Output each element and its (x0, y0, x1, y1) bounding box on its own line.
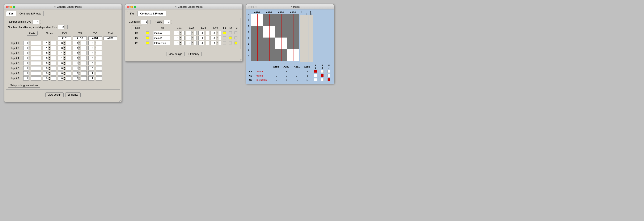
tab-evs[interactable]: EVs (6, 11, 16, 16)
c3-ev1-down[interactable]: ▼ (180, 43, 182, 45)
ev3-up-1[interactable]: ▲ (78, 41, 81, 43)
ev3-input-6[interactable] (73, 66, 78, 70)
ev2-up-1[interactable]: ▲ (64, 41, 66, 43)
c1-ev4-down[interactable]: ▼ (216, 33, 218, 35)
contrasts-down[interactable]: ▼ (148, 22, 150, 24)
c2-ev1-wrap[interactable]: ▲ ▼ (174, 36, 184, 40)
add-evs-spinbox[interactable]: ▲ ▼ (58, 25, 68, 29)
ev3-input-3[interactable] (73, 51, 78, 55)
ev2-input-3[interactable] (58, 51, 63, 55)
group-input-6[interactable] (24, 66, 28, 70)
ev1-down-5[interactable]: ▼ (48, 63, 51, 65)
group-down-4[interactable]: ▼ (29, 58, 31, 60)
c1-ev2-up[interactable]: ▲ (192, 31, 194, 33)
ev1-down-7[interactable]: ▼ (48, 73, 51, 75)
ev1-up-7[interactable]: ▲ (48, 71, 51, 73)
main-evs-spinbox[interactable]: ▲ ▼ (32, 20, 42, 24)
setup-orthog-btn[interactable]: Setup orthogonalisations (8, 83, 40, 88)
ev4-wrap-2[interactable]: ▲ ▼ (88, 46, 102, 50)
group-up-5[interactable]: ▲ (29, 61, 31, 63)
ev1-up-4[interactable]: ▲ (48, 56, 51, 58)
contrasts-up[interactable]: ▲ (148, 20, 150, 22)
c3-ev4-input[interactable] (211, 41, 216, 45)
group-down-5[interactable]: ▼ (29, 63, 31, 65)
group-down-6[interactable]: ▼ (29, 68, 31, 70)
c1-ev2-down[interactable]: ▼ (192, 33, 194, 35)
group-input-4[interactable] (24, 56, 28, 60)
ev3-input-5[interactable] (73, 61, 78, 65)
c3-ev2-input[interactable] (186, 41, 192, 45)
c3-title-input[interactable] (153, 41, 170, 45)
c3-ev1-input[interactable] (174, 41, 179, 45)
c2-ev4-input[interactable] (211, 36, 216, 40)
c3-ev2-up[interactable]: ▲ (192, 41, 194, 43)
c2-ev4-up[interactable]: ▲ (216, 36, 218, 38)
ev2-up-5[interactable]: ▲ (64, 61, 66, 63)
group-down-3[interactable]: ▼ (29, 53, 31, 55)
ev2-wrap-7[interactable]: ▲ ▼ (58, 71, 72, 75)
ev4-down-3[interactable]: ▼ (94, 53, 96, 55)
group-down-2[interactable]: ▼ (29, 48, 31, 50)
group-down-1[interactable]: ▼ (29, 43, 31, 45)
ev3-input-8[interactable] (73, 76, 78, 80)
ev4-input-3[interactable] (88, 51, 94, 55)
ev1-input-3[interactable] (43, 51, 48, 55)
group-wrap-5[interactable]: ▲ ▼ (23, 61, 41, 65)
ev2-down-1[interactable]: ▼ (64, 43, 66, 45)
group-up-1[interactable]: ▲ (29, 41, 31, 43)
ev1-wrap-6[interactable]: ▲ ▼ (43, 66, 56, 70)
group-wrap-6[interactable]: ▲ ▼ (23, 66, 41, 70)
ev4-input-4[interactable] (88, 56, 94, 60)
ev3-wrap-2[interactable]: ▲ ▼ (73, 46, 87, 50)
group-down-8[interactable]: ▼ (29, 78, 31, 80)
c2-f3[interactable] (234, 36, 238, 39)
ev4-down-4[interactable]: ▼ (94, 58, 96, 60)
c1-f3[interactable] (234, 31, 238, 34)
group-wrap-4[interactable]: ▲ ▼ (23, 56, 41, 60)
ev1-wrap-4[interactable]: ▲ ▼ (43, 56, 56, 60)
ev3-wrap-5[interactable]: ▲ ▼ (73, 61, 87, 65)
c3-ev3-wrap[interactable]: ▲ ▼ (198, 41, 209, 45)
ev3-name-box[interactable]: A2B1 (88, 36, 102, 40)
ev2-up-8[interactable]: ▲ (64, 76, 66, 78)
ev3-down-3[interactable]: ▼ (78, 53, 81, 55)
ev1-down-2[interactable]: ▼ (48, 48, 51, 50)
ev2-input-4[interactable] (58, 56, 63, 60)
ev1-up-6[interactable]: ▲ (48, 66, 51, 68)
ev3-up-5[interactable]: ▲ (78, 61, 81, 63)
ev2-up-3[interactable]: ▲ (64, 51, 66, 53)
add-evs-up[interactable]: ▲ (64, 25, 68, 27)
c2-ev2-input[interactable] (186, 36, 192, 40)
c3-f1[interactable] (223, 41, 226, 44)
ev1-down-6[interactable]: ▼ (48, 68, 51, 70)
add-evs-down[interactable]: ▼ (64, 27, 68, 29)
c2-ev3-input[interactable] (198, 36, 204, 40)
main-evs-down[interactable]: ▼ (39, 22, 42, 24)
ev4-up-4[interactable]: ▲ (94, 56, 96, 58)
ev2-input-1[interactable] (58, 41, 63, 45)
c1-ev4-up[interactable]: ▲ (216, 31, 218, 33)
ev2-wrap-6[interactable]: ▲ ▼ (58, 66, 72, 70)
ev4-wrap-3[interactable]: ▲ ▼ (88, 51, 102, 55)
ev4-name-box[interactable]: A2B2 (104, 36, 117, 40)
group-wrap-1[interactable]: ▲ ▼ (23, 41, 41, 45)
ev3-up-7[interactable]: ▲ (78, 71, 81, 73)
c1-ev4-input[interactable] (211, 31, 216, 35)
ev4-input-2[interactable] (88, 46, 94, 50)
ev2-input-7[interactable] (58, 71, 63, 75)
ev3-wrap-4[interactable]: ▲ ▼ (73, 56, 87, 60)
ev2-up-6[interactable]: ▲ (64, 66, 66, 68)
ev3-wrap-8[interactable]: ▲ ▼ (73, 76, 87, 80)
c3-f3[interactable] (234, 41, 238, 44)
ev2-down-4[interactable]: ▼ (64, 58, 66, 60)
c1-ev1-wrap[interactable]: ▲ ▼ (174, 31, 184, 35)
ev3-input-7[interactable] (73, 71, 78, 75)
c3-ev4-wrap[interactable]: ▲ ▼ (210, 41, 221, 45)
ev2-wrap-4[interactable]: ▲ ▼ (58, 56, 72, 60)
ev2-wrap-2[interactable]: ▲ ▼ (58, 46, 72, 50)
ev4-down-8[interactable]: ▼ (94, 78, 96, 80)
ev4-input-6[interactable] (88, 66, 94, 70)
ev3-wrap-1[interactable]: ▲ ▼ (73, 41, 87, 45)
ev1-up-3[interactable]: ▲ (48, 51, 51, 53)
ev4-down-6[interactable]: ▼ (94, 68, 96, 70)
